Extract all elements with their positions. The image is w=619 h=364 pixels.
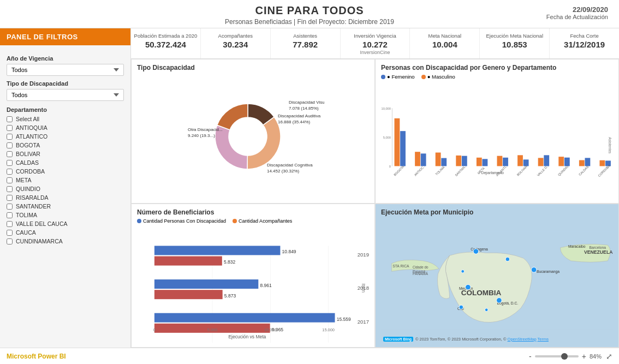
dept-item[interactable]: QUINDIO xyxy=(7,185,124,193)
beneficiarios-title: Número de Beneficiarios xyxy=(137,208,369,216)
svg-text:10,000: 10,000 xyxy=(381,106,391,110)
dept-item[interactable]: CAUCA xyxy=(7,229,124,236)
discapacidad-panel: Tipo Discapacidad Discapacidad Visual7.0… xyxy=(131,59,375,203)
dept-item[interactable]: Select All xyxy=(7,115,124,123)
dept-checkbox[interactable] xyxy=(7,186,13,192)
svg-text:Maracaibo: Maracaibo xyxy=(568,244,586,248)
dept-item[interactable]: ANTIOQUIA xyxy=(7,124,124,132)
dept-checkbox[interactable] xyxy=(7,195,13,201)
svg-point-104 xyxy=(459,305,463,309)
svg-rect-15 xyxy=(441,158,447,166)
donut-segment[interactable] xyxy=(247,117,280,169)
powerbi-link[interactable]: Microsoft Power BI xyxy=(7,353,66,360)
svg-text:2017: 2017 xyxy=(358,319,369,325)
dept-checkbox[interactable] xyxy=(7,238,13,244)
date-label: Fecha de Actualización xyxy=(546,14,608,20)
svg-text:0: 0 xyxy=(389,165,391,168)
svg-text:Item: Item xyxy=(361,283,366,293)
dept-checkbox[interactable] xyxy=(7,169,13,175)
dept-item[interactable]: TOLIMA xyxy=(7,211,124,219)
svg-text:QUINDIO: QUINDIO xyxy=(557,165,569,177)
expand-icon[interactable]: ⤢ xyxy=(606,352,612,361)
zoom-plus[interactable]: + xyxy=(582,352,586,361)
dept-checkbox[interactable] xyxy=(7,212,13,218)
svg-text:Departamento: Departamento xyxy=(481,171,504,175)
svg-text:5.832: 5.832 xyxy=(224,259,236,265)
svg-text:VALLE D..: VALLE D.. xyxy=(537,164,549,177)
kpi-value: 10.004 xyxy=(412,40,477,49)
dept-item[interactable]: BOGOTA xyxy=(7,141,124,149)
bottom-bar: Microsoft Power BI - + 84% ⤢ xyxy=(0,348,619,364)
zoom-minus[interactable]: - xyxy=(529,352,532,361)
svg-text:Asistentes: Asistentes xyxy=(608,137,612,154)
svg-rect-36 xyxy=(585,158,591,166)
beneficiarios-panel: Número de Beneficiarios Cantidad Persona… xyxy=(131,204,375,348)
dept-checkbox[interactable] xyxy=(7,142,13,148)
zoom-value: 84% xyxy=(590,353,602,360)
dept-item[interactable]: CORDOBA xyxy=(7,168,124,175)
mapa-panel: Ejecución Meta por Municipio xyxy=(375,204,619,348)
svg-text:15.559: 15.559 xyxy=(337,316,351,321)
legend-genero: ● Femenino xyxy=(381,74,415,80)
svg-text:5.000: 5.000 xyxy=(207,327,218,332)
svg-point-107 xyxy=(461,270,465,273)
genero-masculino-label: ● Masculino xyxy=(427,74,455,80)
dept-item[interactable]: CALDAS xyxy=(7,159,124,166)
tipo-label: Tipo de Discapacidad xyxy=(7,80,124,87)
panel-header: PANEL DE FILTROS xyxy=(0,28,130,45)
header: CINE PARA TODOS Personas Beneficiadas | … xyxy=(0,0,619,28)
kpi-value: 50.372.424 xyxy=(133,40,198,49)
svg-text:BOGOTA: BOGOTA xyxy=(393,165,404,176)
dept-checkbox[interactable] xyxy=(7,125,13,131)
dept-item[interactable]: SANTANDER xyxy=(7,202,124,210)
svg-text:VENEZUELA: VENEZUELA xyxy=(584,249,613,255)
zoom-slider[interactable] xyxy=(535,355,579,357)
svg-rect-9 xyxy=(400,131,406,166)
panel-body: Año de Vigencia Todos 2016 2017 2018 201… xyxy=(0,45,130,348)
dept-name: VALLE DEL CAUCA xyxy=(16,220,68,227)
svg-rect-32 xyxy=(558,157,564,166)
dept-checkbox[interactable] xyxy=(7,151,13,157)
svg-text:0: 0 xyxy=(153,327,156,332)
bene-label2: Cantidad Acompañantes xyxy=(239,218,292,224)
svg-rect-33 xyxy=(564,158,570,166)
svg-text:2019: 2019 xyxy=(358,251,369,257)
kpi-label: Fecha Corte xyxy=(552,33,617,39)
dept-checkbox[interactable] xyxy=(7,116,13,122)
svg-rect-59 xyxy=(154,246,281,255)
svg-rect-27 xyxy=(523,159,529,166)
dept-item[interactable]: META xyxy=(7,176,124,184)
dept-checkbox[interactable] xyxy=(7,160,13,166)
svg-text:Discapacidad Cognitiva: Discapacidad Cognitiva xyxy=(267,163,313,168)
zoom-thumb[interactable] xyxy=(561,353,568,360)
dept-checkbox[interactable] xyxy=(7,230,13,236)
dept-item[interactable]: CUNDINAMARCA xyxy=(7,237,124,245)
dept-label: Departamento xyxy=(7,106,124,113)
svg-rect-12 xyxy=(421,153,426,166)
dept-checkbox[interactable] xyxy=(7,204,13,210)
tipo-select[interactable]: Todos Visual Auditiva Cognitiva Otra xyxy=(7,89,124,101)
dept-item[interactable]: VALLE DEL CAUCA xyxy=(7,220,124,228)
dept-checkbox[interactable] xyxy=(7,221,13,227)
svg-rect-8 xyxy=(395,118,400,166)
kpi-row: Población Estimada a 2020 50.372.424 Aco… xyxy=(131,28,619,59)
dept-item[interactable]: RISARALDA xyxy=(7,194,124,201)
svg-text:TOLIMA: TOLIMA xyxy=(435,165,445,176)
kpi-item: Inversión Vigencia 10.272 InversionCine xyxy=(341,28,410,58)
dept-item[interactable]: ATLANTICO xyxy=(7,133,124,140)
svg-text:7.078 (14.85%): 7.078 (14.85%) xyxy=(289,106,319,111)
svg-rect-29 xyxy=(538,158,544,166)
dept-item[interactable]: BOLIVAR xyxy=(7,150,124,158)
dept-checkbox[interactable] xyxy=(7,177,13,183)
filter-panel: PANEL DE FILTROS Año de Vigencia Todos 2… xyxy=(0,28,131,348)
page-subtitle: Personas Beneficiadas | Fin del Proyecto… xyxy=(0,18,619,26)
dept-name: BOGOTA xyxy=(16,142,40,148)
donut-segment[interactable] xyxy=(217,104,247,130)
svg-text:5,000: 5,000 xyxy=(383,136,391,139)
dept-checkbox[interactable] xyxy=(7,134,13,140)
kpi-label: Asistentes xyxy=(273,33,338,39)
header-date: 22/09/2020 Fecha de Actualización xyxy=(546,5,608,20)
svg-point-102 xyxy=(466,284,471,290)
dept-name: Select All xyxy=(16,116,39,122)
anio-select[interactable]: Todos 2016 2017 2018 2019 xyxy=(7,64,124,76)
